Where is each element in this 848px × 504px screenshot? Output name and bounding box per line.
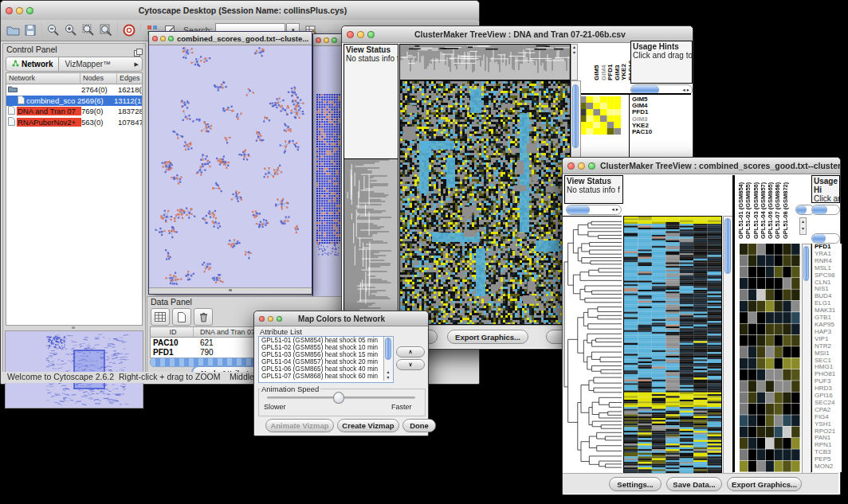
zoom-window-icon[interactable] [588,162,595,170]
delete-attribute-icon[interactable] [194,308,213,326]
tv1-zoom-heatmap[interactable] [579,96,621,135]
close-icon[interactable] [6,7,13,14]
scroll-down-icon[interactable]: ▾ [573,50,575,55]
open-file-button[interactable] [4,22,22,38]
main-titlebar[interactable]: Cytoscape Desktop (Session Name: collins… [1,1,479,21]
scroll-up-icon[interactable]: ▴ [387,369,389,374]
col-id[interactable]: ID [151,327,194,337]
new-attribute-icon[interactable] [172,308,191,326]
tv2-row-dendrogram[interactable] [563,216,622,473]
settings-button[interactable]: Settings... [609,477,662,491]
tv2-gene[interactable]: MON2 [815,463,842,471]
attribute-item[interactable]: GPL51-03 (GSM856) heat shock 15 min [259,351,393,358]
animate-vizmap-button[interactable]: Animate Vizmap [265,419,334,432]
treeview2-window: ClusterMaker TreeView : combined_scores_… [562,157,841,495]
network2-titlebar[interactable] [313,34,344,46]
tv1-global-heatmap[interactable] [399,80,571,325]
network-edges: 16218(0) [118,85,142,94]
zoom-fit-icon[interactable] [97,22,115,38]
col-network[interactable]: Network [6,73,80,84]
view-status-text: No status info f [565,186,622,194]
network-name: DNA and Tran 07 [17,107,81,115]
create-vizmap-button[interactable]: Create Vizmap [337,419,399,432]
tv2-genes-scrollbar[interactable] [811,233,840,244]
scroll-down-icon[interactable]: ▾ [387,375,389,380]
zoom-in-icon[interactable] [62,22,80,38]
move-up-button[interactable]: ∧ [396,346,425,357]
minimize-icon[interactable] [357,31,364,38]
zoom-window-icon[interactable] [26,7,33,14]
panel-splitter[interactable] [6,325,141,330]
tv2-global-heatmap[interactable] [623,216,722,474]
scroll-left-icon[interactable]: ◂ [682,88,685,93]
network1-titlebar[interactable]: combined_scores_good.txt--cluste... [149,32,312,45]
attribute-item[interactable]: GPL51-07 (GSM868) heat shock 60 min [259,373,393,380]
export-graphics-button[interactable]: Export Graphics... [447,330,528,344]
col-nodes[interactable]: Nodes [80,73,117,84]
minimize-icon[interactable] [160,36,166,41]
zoom-selected-icon[interactable] [80,22,97,38]
scroll-left-icon[interactable]: ◂ [611,207,614,213]
attribute-item[interactable]: GPL51-06 (GSM865) heat shock 40 min [259,365,393,373]
done-button[interactable]: Done [402,419,436,432]
network-edges: 183728(0) [118,107,142,115]
network-icon [12,60,19,68]
close-icon[interactable] [152,36,158,41]
tv2-status-scrollbar[interactable]: ◂▸ [566,205,622,215]
treeview2-titlebar[interactable]: ClusterMaker TreeView : combined_scores_… [563,158,840,174]
tab-more-button[interactable]: ▶ [135,61,142,68]
network-overview-canvas[interactable] [5,330,143,408]
close-icon[interactable] [259,316,265,322]
tv1-column-dendrogram[interactable] [399,44,571,80]
scroll-down-icon[interactable]: ▾ [802,226,804,231]
attribute-list-scrollbar[interactable]: ▴▾ [383,337,393,381]
minimize-icon[interactable] [268,316,273,322]
zoom-window-icon[interactable] [168,36,174,41]
dialog-titlebar[interactable]: Map Colors to Network [254,311,428,326]
zoom-window-icon[interactable] [367,31,375,38]
network1-resize-strip[interactable] [149,287,312,294]
tab-vizmapper[interactable]: VizMapper™ [59,60,116,68]
network-row[interactable]: RNAPuberNov2+ 563(0) 107847(0) [6,117,142,128]
tv2-column-labels: GPL51-01 (GSM854)GPL51-02 (GSM855)GPL51-… [737,175,793,239]
minimize-icon[interactable] [16,7,23,14]
move-down-button[interactable]: ∨ [396,359,425,370]
scroll-right-icon[interactable]: ▸ [687,88,689,93]
tab-network[interactable]: Network [6,57,59,71]
save-button[interactable] [22,22,39,38]
zoom-out-icon[interactable] [45,22,62,38]
attribute-listbox[interactable]: GPL51-01 (GSM854) heat shock 05 minGPL51… [258,336,394,383]
speed-slider-thumb[interactable] [333,392,344,404]
tv2-zoom-heatmap[interactable] [740,244,800,472]
close-icon[interactable] [316,37,321,43]
network2-canvas[interactable] [313,46,342,296]
tv2-column-label: GPL51-08 (GSM872) [782,175,789,239]
close-icon[interactable] [567,162,575,170]
save-data-button[interactable]: Save Data... [666,477,722,491]
zoom-window-icon[interactable] [332,37,337,43]
close-icon[interactable] [347,31,354,38]
tv1-gene[interactable]: PAC10 [632,129,692,135]
attribute-item[interactable]: GPL51-02 (GSM855) heat shock 10 min [259,344,393,351]
tv2-zoom-vscrollbar[interactable] [802,244,811,474]
zoom-window-icon[interactable] [277,316,282,322]
scroll-up-icon[interactable]: ▴ [802,219,804,224]
network-row[interactable]: 2764(0) 16218(0) [6,84,142,96]
network-row-selected[interactable]: combined_sco 2569(6) 13112(15) [6,96,142,107]
network1-canvas[interactable] [149,45,310,287]
scroll-up-icon[interactable]: ▴ [573,45,575,49]
network-edges: 107847(0) [118,118,142,127]
network-row[interactable]: DNA and Tran 07 769(0) 183728(0) [6,106,142,117]
minimize-icon[interactable] [324,37,329,43]
tv2-mini-scrollbar[interactable]: ▴▾ [799,217,807,235]
scroll-right-icon[interactable]: ▸ [616,207,618,213]
col-edges[interactable]: Edges [117,73,142,84]
export-graphics-button[interactable]: Export Graphics... [727,477,802,491]
attribute-item[interactable]: GPL51-04 (GSM857) heat shock 20 min [259,358,393,365]
attribute-select-icon[interactable] [151,308,170,326]
tv1-mini-scrollbar[interactable]: ▴▾ [571,44,578,80]
tv2-hints-scrollbar[interactable] [811,205,840,215]
minimize-icon[interactable] [578,162,585,170]
help-lifesaver-icon[interactable] [120,22,138,38]
attribute-item[interactable]: GPL51-01 (GSM854) heat shock 05 min [259,337,393,344]
